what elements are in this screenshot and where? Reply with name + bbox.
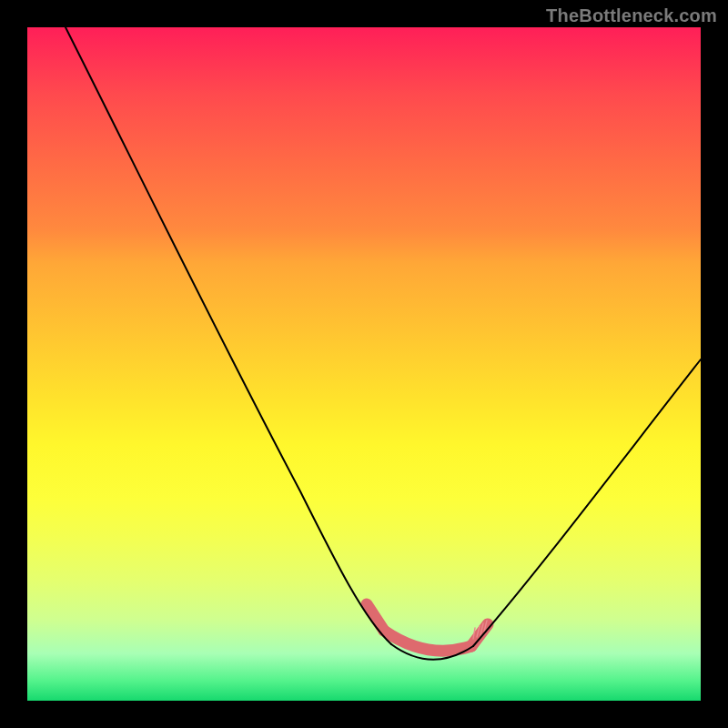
chart-frame: TheBottleneck.com: [0, 0, 728, 728]
attribution-text: TheBottleneck.com: [546, 5, 717, 26]
gradient-backdrop: [27, 27, 701, 701]
